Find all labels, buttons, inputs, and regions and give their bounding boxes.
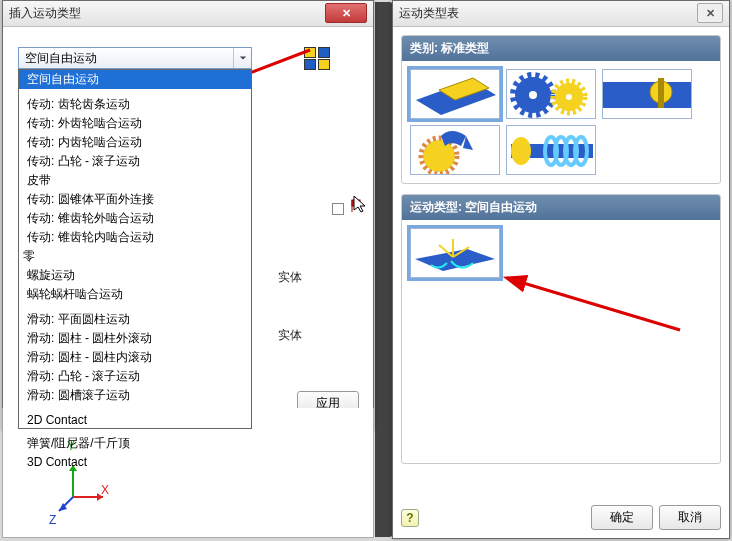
category-thumb-2[interactable]: [506, 69, 596, 119]
svg-marker-27: [415, 249, 495, 271]
category-group: 类别: 标准类型: [401, 35, 721, 184]
entity-label-1: 实体: [278, 269, 302, 286]
dd-item[interactable]: 滑动: 圆柱 - 圆柱外滚动: [19, 329, 251, 348]
dd-item[interactable]: 传动: 内齿轮啮合运动: [19, 133, 251, 152]
svg-point-15: [566, 94, 572, 100]
quad-color-icon[interactable]: [304, 47, 332, 71]
dd-item[interactable]: 传动: 凸轮 - 滚子运动: [19, 152, 251, 171]
motion-type-dropdown[interactable]: 空间自由运动 传动: 齿轮齿条运动 传动: 外齿轮啮合运动 传动: 内齿轮啮合运…: [18, 69, 252, 429]
motion-thumb-1[interactable]: [410, 228, 500, 278]
right-title: 运动类型表: [399, 5, 459, 22]
help-icon[interactable]: ?: [401, 509, 419, 527]
dd-item[interactable]: 3D Contact: [19, 453, 251, 472]
dd-item[interactable]: 滑动: 凸轮 - 滚子运动: [19, 367, 251, 386]
entity-label-2: 实体: [278, 327, 302, 344]
motion-type-group: 运动类型: 空间自由运动: [401, 194, 721, 464]
svg-point-22: [511, 137, 531, 165]
motion-type-group-title: 运动类型: 空间自由运动: [402, 195, 720, 220]
chevron-down-icon[interactable]: [233, 48, 251, 68]
motion-type-table-dialog: 运动类型表 ✕ 类别: 标准类型: [392, 0, 730, 539]
dd-item[interactable]: 传动: 锥齿轮外啮合运动: [19, 209, 251, 228]
svg-rect-18: [658, 78, 664, 108]
cancel-button[interactable]: 取消: [659, 505, 721, 530]
axis-z-label: Z: [49, 513, 56, 527]
dd-item[interactable]: 滑动: 圆槽滚子运动: [19, 386, 251, 405]
cursor-icon: [352, 194, 368, 214]
dd-item[interactable]: 传动: 圆锥体平面外连接: [19, 190, 251, 209]
motion-type-combo[interactable]: 空间自由运动 空间自由运动 传动: 齿轮齿条运动 传动: 外齿轮啮合运动 传动:…: [18, 47, 252, 69]
dd-item[interactable]: 滑动: 圆柱 - 圆柱内滚动: [19, 348, 251, 367]
background-shadow: [375, 2, 393, 537]
dd-group[interactable]: 零: [19, 247, 251, 266]
dd-item[interactable]: 传动: 外齿轮啮合运动: [19, 114, 251, 133]
ok-button[interactable]: 确定: [591, 505, 653, 530]
left-titlebar[interactable]: 插入运动类型 ✕: [3, 1, 373, 27]
category-thumb-3[interactable]: [602, 69, 692, 119]
flag-checkbox[interactable]: [332, 203, 344, 215]
dd-item[interactable]: 滑动: 平面圆柱运动: [19, 310, 251, 329]
insert-motion-dialog: 插入运动类型 ✕ 空间自由运动 空间自由运动 传动: 齿轮齿条运动 传动: 外齿…: [2, 0, 374, 431]
dd-item-selected[interactable]: 空间自由运动: [19, 70, 251, 89]
right-titlebar[interactable]: 运动类型表 ✕: [393, 1, 729, 27]
svg-marker-16: [603, 82, 692, 108]
category-thumb-5[interactable]: [506, 125, 596, 175]
combo-value: 空间自由运动: [25, 50, 97, 67]
category-thumb-1[interactable]: [410, 69, 500, 119]
dd-item[interactable]: 皮带: [19, 171, 251, 190]
axis-x-label: X: [101, 483, 109, 497]
close-button[interactable]: ✕: [325, 3, 367, 23]
dd-item[interactable]: 弹簧/阻尼器/千斤顶: [19, 434, 251, 453]
close-button[interactable]: ✕: [697, 3, 723, 23]
dd-item[interactable]: 螺旋运动: [19, 266, 251, 285]
svg-point-12: [529, 91, 537, 99]
left-title: 插入运动类型: [9, 5, 81, 22]
category-thumb-4[interactable]: [410, 125, 500, 175]
dd-item[interactable]: 传动: 齿轮齿条运动: [19, 95, 251, 114]
dd-item[interactable]: 2D Contact: [19, 411, 251, 430]
dd-item[interactable]: 蜗轮蜗杆啮合运动: [19, 285, 251, 304]
dd-item[interactable]: 传动: 锥齿轮内啮合运动: [19, 228, 251, 247]
category-group-title: 类别: 标准类型: [402, 36, 720, 61]
